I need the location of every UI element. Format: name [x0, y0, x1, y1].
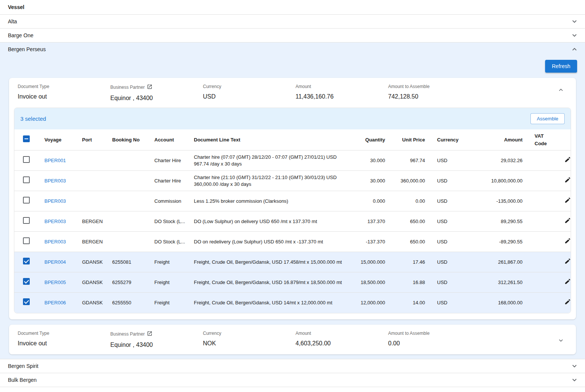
amount-cell: 10,800,000.00	[463, 171, 529, 191]
bergen-perseus-expanded-section: Bergen Perseus Refresh Document Type Inv…	[0, 43, 585, 359]
document-line-text-cell: Freight, Crude Oil, Bergen/Gdansk, USD 1…	[188, 293, 353, 313]
business-partner-label: Business Partner	[110, 331, 145, 337]
row-checkbox[interactable]	[23, 217, 30, 224]
header-currency: Currency	[431, 129, 463, 150]
header-amount: Amount	[463, 129, 529, 150]
row-checkbox[interactable]	[23, 298, 30, 305]
voyage-link[interactable]: BPER004	[44, 259, 66, 265]
booking-no-cell	[106, 171, 148, 191]
accordion-item-alta[interactable]: Alta	[0, 15, 585, 29]
table-header-row: Voyage Port Booking No Account Document …	[14, 129, 571, 150]
currency-cell: USD	[431, 252, 463, 272]
document-lines-panel: 3 selected Assemble Voyage Port Booking …	[14, 108, 571, 313]
edit-icon[interactable]	[564, 258, 571, 264]
unit-price-cell: 650.00	[391, 232, 431, 252]
external-link-icon[interactable]	[147, 84, 152, 91]
accordion-label: Bergen Spirit	[8, 363, 38, 369]
amount-to-assemble-field: Amount to Assemble 742,128.50	[384, 84, 556, 100]
quantity-cell: 0.000	[353, 191, 391, 211]
voyage-link[interactable]: BPER006	[44, 300, 66, 305]
unit-price-cell: 967.74	[391, 150, 431, 171]
accordion-label: Bulk Bergen	[8, 377, 37, 383]
amount-cell: 29,032.26	[463, 150, 529, 171]
voyage-link[interactable]: BPER003	[44, 198, 66, 204]
row-checkbox[interactable]	[23, 176, 30, 183]
assemble-button[interactable]: Assemble	[530, 113, 565, 124]
header-port: Port	[76, 129, 106, 150]
currency-cell: USD	[431, 171, 463, 191]
refresh-button[interactable]: Refresh	[545, 60, 577, 73]
quantity-cell: 12,000.000	[353, 293, 391, 313]
select-all-checkbox[interactable]	[23, 135, 30, 142]
amount-to-assemble-label: Amount to Assemble	[388, 331, 553, 336]
account-cell: DO Stock (L...	[148, 211, 188, 232]
quantity-cell: 15,000.000	[353, 252, 391, 272]
accordion-item-bulk-bergen[interactable]: Bulk Bergen	[0, 373, 585, 387]
vat-code-cell	[529, 171, 556, 191]
currency-label: Currency	[203, 84, 288, 89]
amount-label: Amount	[296, 331, 381, 336]
port-cell	[76, 150, 106, 171]
account-cell: DO Stock (L...	[148, 232, 188, 252]
voyage-link[interactable]: BPER003	[44, 178, 66, 184]
currency-value: USD	[203, 93, 288, 100]
edit-icon[interactable]	[564, 197, 571, 204]
row-checkbox[interactable]	[23, 237, 30, 244]
expand-card-chevron-down-icon[interactable]	[556, 336, 565, 345]
row-checkbox[interactable]	[23, 258, 30, 264]
invoice-card-usd: Document Type Invoice out Business Partn…	[9, 78, 576, 319]
booking-no-cell	[106, 191, 148, 211]
business-partner-value: Equinor , 43400	[110, 342, 195, 348]
header-voyage: Voyage	[38, 129, 76, 150]
unit-price-cell: 360,000.00	[391, 171, 431, 191]
currency-cell: USD	[431, 211, 463, 232]
row-checkbox[interactable]	[23, 156, 30, 163]
external-link-icon[interactable]	[147, 331, 152, 337]
invoice-card-nok-header: Document Type Invoice out Business Partn…	[9, 325, 576, 354]
edit-icon[interactable]	[564, 298, 571, 305]
chevron-down-icon	[570, 31, 579, 40]
edit-icon[interactable]	[564, 156, 571, 163]
booking-no-cell	[106, 150, 148, 171]
accordion-item-bergen-perseus[interactable]: Bergen Perseus	[0, 43, 585, 56]
edit-icon[interactable]	[564, 176, 571, 183]
accordion-item-bergen-spirit[interactable]: Bergen Spirit	[0, 359, 585, 373]
amount-cell: 89,290.55	[463, 211, 529, 232]
chevron-down-icon	[570, 362, 579, 371]
row-checkbox[interactable]	[23, 197, 30, 204]
edit-icon[interactable]	[564, 237, 571, 244]
amount-label: Amount	[296, 84, 381, 89]
business-partner-field: Business Partner Equinor , 43400	[107, 84, 199, 102]
port-cell	[76, 191, 106, 211]
account-cell: Charter Hire	[148, 150, 188, 171]
amount-field: Amount 4,603,250.00	[292, 331, 384, 347]
currency-field: Currency NOK	[199, 331, 292, 347]
amount-value: 11,436,160.76	[296, 93, 381, 100]
business-partner-value: Equinor , 43400	[110, 95, 195, 102]
business-partner-label: Business Partner	[110, 85, 145, 90]
amount-to-assemble-field: Amount to Assemble 0.00	[384, 331, 556, 347]
edit-icon[interactable]	[564, 278, 571, 285]
amount-to-assemble-label: Amount to Assemble	[388, 84, 553, 89]
document-line-text-cell: Freight, Crude Oil, Bergen/Gdansk, USD 1…	[188, 252, 353, 272]
chevron-up-icon	[570, 45, 579, 54]
collapse-card-chevron-up-icon[interactable]	[556, 85, 565, 94]
unit-price-cell: 17.46	[391, 252, 431, 272]
quantity-cell: 30.000	[353, 171, 391, 191]
voyage-link[interactable]: BPER003	[44, 219, 66, 224]
accordion-item-barge-one[interactable]: Barge One	[0, 29, 585, 43]
row-checkbox[interactable]	[23, 278, 30, 285]
edit-icon[interactable]	[564, 217, 571, 224]
currency-cell: USD	[431, 272, 463, 293]
voyage-link[interactable]: BPER005	[44, 280, 66, 285]
amount-value: 4,603,250.00	[296, 340, 381, 347]
table-row: BPER003 BERGEN DO Stock (L... DO (Low Su…	[14, 211, 571, 232]
currency-cell: USD	[431, 191, 463, 211]
document-line-text-cell: Charter hire (21:10 (GMT) 31/12/22 - 21:…	[188, 171, 353, 191]
voyage-link[interactable]: BPER001	[44, 158, 66, 163]
vat-code-cell	[529, 293, 556, 313]
voyage-link[interactable]: BPER003	[44, 239, 66, 245]
chevron-down-icon	[570, 375, 579, 384]
amount-field: Amount 11,436,160.76	[292, 84, 384, 100]
quantity-cell: -137.370	[353, 232, 391, 252]
